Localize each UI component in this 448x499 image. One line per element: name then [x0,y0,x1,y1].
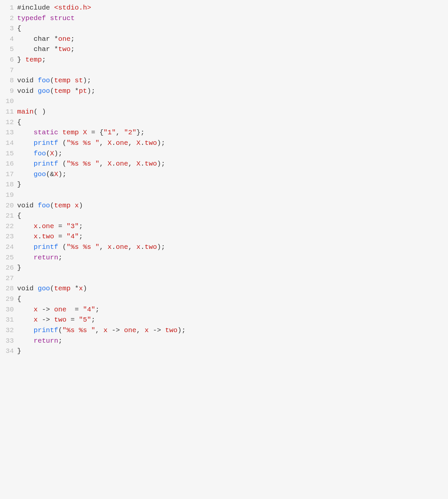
code-line: 13 static temp X = {"1", "2"}; [0,127,448,138]
code-token: X [136,160,140,168]
code-line: 11main( ) [0,107,448,117]
code-token: "%s %s " [62,327,95,334]
code-content: { [17,211,448,221]
code-token: ) [79,202,83,209]
code-token: "%s %s " [67,243,99,251]
code-content: goo(&X); [17,169,448,180]
code-line: 6} temp; [0,55,448,65]
code-content: foo(X); [17,148,448,159]
line-number: 1 [0,3,17,13]
code-line: 5 char *two; [0,44,448,55]
code-token: "5" [79,316,91,324]
code-line: 2typedef struct [0,13,448,24]
code-token: ( [58,139,67,147]
code-content: return; [17,252,448,263]
code-token: ; [79,233,83,240]
code-token: = [54,233,66,240]
code-token [17,254,34,261]
code-token: main [17,108,34,116]
code-token: , [128,139,136,147]
code-line: 15 foo(X); [0,148,448,159]
code-token: #include [17,4,54,12]
line-number: 2 [0,13,17,24]
code-content: return; [17,336,448,346]
code-token: ; [79,223,83,230]
code-line: 27 [0,273,448,284]
code-token: ( [58,243,67,251]
code-content: x.one = "3"; [17,221,448,232]
code-token: = [54,223,66,230]
code-token: "%s %s " [67,139,99,147]
code-token: one [116,139,128,147]
code-token: foo [38,77,50,84]
line-number: 4 [0,34,17,44]
code-token: ); [178,327,186,334]
code-token: } [17,347,21,355]
code-token: one [116,243,128,251]
code-line: 28void goo(temp *x) [0,283,448,294]
code-line: 12{ [0,117,448,128]
code-line: 4 char *one; [0,34,448,44]
code-token: foo [38,202,50,209]
code-token: . [140,139,144,147]
code-token: -> [149,327,165,334]
code-content: { [17,117,448,128]
code-line: 3{ [0,23,448,34]
code-token: X [50,150,54,157]
code-content: x.two = "4"; [17,231,448,242]
code-token: . [38,233,42,240]
code-token: , [128,160,136,168]
code-token: { [17,212,21,220]
code-token: . [140,160,144,168]
code-token: two [58,45,70,53]
code-token: ( [50,87,54,95]
code-token: "4" [67,233,79,240]
line-number: 6 [0,55,17,65]
code-token: ; [42,56,46,64]
code-token: one [42,223,54,230]
code-token: "%s %s " [67,160,99,168]
code-token: "1" [103,129,116,136]
code-token: { [17,118,21,126]
code-token: goo [38,285,50,292]
code-token: one [116,160,128,168]
code-token [17,139,34,147]
code-content: void foo(temp x) [17,200,448,211]
code-token: ( [58,160,67,168]
code-content: x -> one = "4"; [17,304,448,315]
code-token [17,223,34,230]
code-token [17,337,34,345]
code-token [70,202,74,209]
code-token: ( [50,77,54,84]
line-number: 19 [0,190,17,200]
code-token: printf [34,327,58,334]
code-token [17,150,34,157]
code-token: two [54,316,66,324]
code-token: X [108,139,112,147]
code-content: } [17,346,448,356]
code-content: } [17,179,448,190]
code-token: x [145,327,149,334]
code-token: * [75,87,79,95]
code-token [17,160,34,168]
line-number: 21 [0,211,17,221]
code-line: 24 printf ("%s %s ", x.one, x.two); [0,242,448,252]
code-token: { [17,295,21,303]
line-number: 33 [0,336,17,346]
code-token: ) [83,285,87,292]
code-token: = { [87,129,103,136]
line-number: 11 [0,107,17,117]
line-number: 32 [0,325,17,336]
line-number: 3 [0,23,17,34]
code-token: ; [95,306,99,313]
code-token [17,243,34,251]
code-line: 30 x -> one = "4"; [0,304,448,315]
code-token: struct [50,14,75,22]
code-line: 31 x -> two = "5"; [0,315,448,325]
code-token: x [79,285,83,292]
line-number: 5 [0,44,17,55]
code-line: 10 [0,96,448,107]
code-token [79,129,83,136]
code-line: 14 printf ("%s %s ", X.one, X.two); [0,138,448,148]
line-number: 23 [0,231,17,242]
